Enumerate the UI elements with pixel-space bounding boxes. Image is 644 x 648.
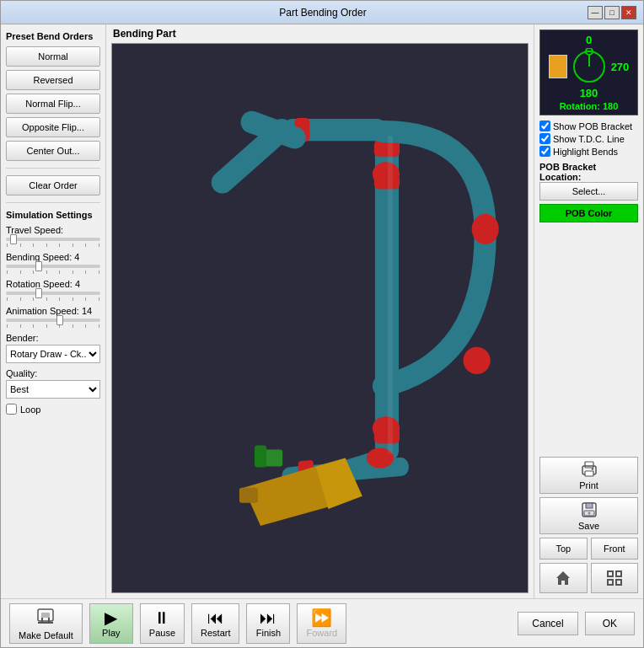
pob-color-button[interactable]: POB Color [539,204,638,222]
tick [7,270,8,274]
tick [72,270,73,274]
rotation-value: Rotation: 180 [560,101,619,111]
svg-rect-19 [255,445,266,467]
viewport[interactable] [111,43,529,593]
bending-speed-thumb[interactable] [35,261,42,271]
svg-rect-35 [608,571,613,576]
svg-point-20 [373,162,400,185]
rotation-speed-thumb[interactable] [35,288,42,298]
highlight-bends-row: Highlight Bends [539,146,638,157]
tick [7,297,8,301]
cancel-button[interactable]: Cancel [518,612,577,635]
view-icon-buttons [539,563,638,593]
svg-rect-31 [586,503,593,508]
tick [33,244,34,247]
tick [99,297,99,301]
front-view-button[interactable]: Front [591,538,639,560]
left-panel: Preset Bend Orders Normal Reversed Norma… [1,24,106,598]
print-label: Print [579,480,598,490]
animation-speed-row: Animation Speed: 14 [6,306,100,328]
rotation-speed-ticks [6,297,100,301]
animation-speed-track [6,319,100,322]
ok-button[interactable]: OK [585,612,635,635]
svg-rect-17 [239,488,258,503]
normal-button[interactable]: Normal [6,46,100,67]
svg-marker-34 [556,571,570,585]
bender-select[interactable]: Rotary Draw - Ck... [6,345,100,363]
restart-button[interactable]: ⏮ Restart [191,603,239,644]
bender-label: Bender: [6,333,100,343]
make-default-button[interactable]: Make Default [9,603,83,644]
tick [33,324,34,328]
rotation-speed-track [6,292,100,295]
tick [85,270,86,274]
tick [59,297,60,301]
pob-location-label: POB Bracket Location: [539,162,638,182]
svg-point-33 [588,512,590,515]
rotation-speed-label: Rotation Speed: 4 [6,279,100,289]
bending-speed-track [6,265,100,268]
clear-order-button[interactable]: Clear Order [6,175,100,195]
center-out-button[interactable]: Center Out... [6,141,100,161]
pause-button[interactable]: ⏸ Pause [140,603,185,644]
restart-icon: ⏮ [207,609,224,626]
travel-speed-thumb[interactable] [10,234,17,244]
home-view-button[interactable] [539,563,588,593]
save-icon [580,501,598,519]
tick [20,270,21,274]
svg-rect-28 [585,462,593,468]
animation-speed-thumb[interactable] [56,315,63,325]
quality-label: Quality: [6,368,100,378]
bending-speed-label: Bending Speed: 4 [6,252,100,262]
rotation-right: 270 [611,61,630,73]
right-checkboxes: Show POB Bracket Show T.D.C. Line Highli… [539,120,638,157]
tick [20,297,21,301]
window-controls: — □ ✕ [588,6,636,19]
tick [99,244,99,247]
fit-view-button[interactable] [591,563,639,593]
svg-rect-37 [608,580,613,585]
loop-checkbox[interactable] [6,404,17,415]
bottom-toolbar: Make Default ▶ Play ⏸ Pause ⏮ Restart ⏭ … [1,598,643,647]
bending-part-label: Bending Part [106,24,534,43]
close-button[interactable]: ✕ [621,6,636,19]
highlight-bends-label: Highlight Bends [553,147,618,157]
right-panel: 0 270 180 Rotation: 180 Show POB [534,24,643,598]
tick [72,297,73,301]
tick [99,270,99,274]
show-pob-checkbox[interactable] [539,120,550,131]
forward-button[interactable]: ⏩ Foward [297,603,346,644]
top-view-button[interactable]: Top [539,538,588,560]
main-window: Part Bending Order — □ ✕ Preset Bend Ord… [0,0,644,648]
minimize-button[interactable]: — [588,6,603,19]
tick [7,324,8,328]
svg-rect-43 [41,613,50,618]
tick [20,324,21,328]
quality-select[interactable]: Best Good Fast [6,380,100,399]
opposite-flip-button[interactable]: Opposite Flip... [6,117,100,137]
travel-speed-label: Travel Speed: [6,225,100,235]
rotation-circle-svg [571,48,608,85]
show-tdc-label: Show T.D.C. Line [553,134,625,144]
finish-button[interactable]: ⏭ Finish [246,603,290,644]
show-pob-row: Show POB Bracket [539,120,638,131]
tick [46,270,47,274]
maximize-button[interactable]: □ [604,6,620,19]
play-button[interactable]: ▶ Play [89,603,133,644]
animation-speed-ticks [6,324,100,328]
show-tdc-checkbox[interactable] [539,133,550,144]
travel-speed-ticks [6,244,100,247]
print-icon [580,460,598,479]
highlight-bends-checkbox[interactable] [539,146,550,157]
right-actions: Print Save Top Front [539,457,638,593]
print-button[interactable]: Print [539,457,638,494]
tick [85,324,86,328]
normal-flip-button[interactable]: Normal Flip... [6,94,100,114]
forward-label: Foward [306,628,337,638]
divider-1 [6,168,100,169]
save-button[interactable]: Save [539,497,638,534]
reversed-button[interactable]: Reversed [6,70,100,90]
make-default-icon [35,606,56,629]
show-tdc-row: Show T.D.C. Line [539,133,638,144]
select-button[interactable]: Select... [539,182,638,201]
